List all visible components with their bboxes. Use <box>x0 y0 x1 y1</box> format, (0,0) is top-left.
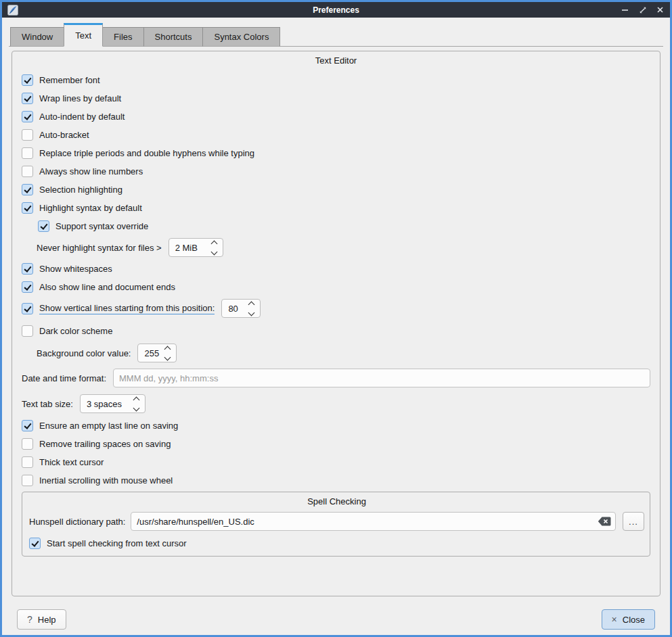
checkbox-box[interactable] <box>22 166 33 177</box>
checkbox-auto-bracket[interactable]: Auto-bracket <box>22 129 89 141</box>
tab-text[interactable]: Text <box>64 23 103 47</box>
checkbox-label: Wrap lines by default <box>39 93 121 103</box>
app-feather-icon <box>7 5 18 16</box>
spin-up-icon[interactable] <box>133 396 139 403</box>
checkbox-box[interactable] <box>22 93 33 104</box>
close-button-label: Close <box>623 615 645 625</box>
window-title: Preferences <box>2 5 670 15</box>
checkbox-box[interactable] <box>38 220 49 232</box>
checkbox-replace-periods[interactable]: Replace triple periods and double hyphen… <box>22 147 254 159</box>
checkbox-line-document-ends[interactable]: Also show line and document ends <box>22 281 175 293</box>
checkbox-show-whitespaces[interactable]: Show whitespaces <box>22 263 112 275</box>
checkbox-label: Inertial scrolling with mouse wheel <box>39 475 173 486</box>
spin-down-icon[interactable] <box>164 354 171 360</box>
tab-syntax-colors[interactable]: Syntax Colors <box>202 27 280 47</box>
checkbox-label: Always show line numbers <box>39 166 143 176</box>
spin-value: 3 spaces <box>87 399 122 409</box>
spin-down-icon[interactable] <box>210 248 217 255</box>
checkbox-thick-cursor[interactable]: Thick text cursor <box>22 456 104 468</box>
checkbox-line-numbers[interactable]: Always show line numbers <box>22 166 143 177</box>
checkbox-box[interactable] <box>22 303 33 314</box>
spin-up-icon[interactable] <box>210 240 217 247</box>
checkbox-box[interactable] <box>22 74 33 86</box>
clear-field-icon[interactable] <box>598 517 611 526</box>
options-list: Remember font Wrap lines by default Auto… <box>22 71 650 557</box>
checkbox-remember-font[interactable]: Remember font <box>22 74 100 86</box>
background-color-spinbox[interactable]: 255 <box>137 344 177 362</box>
never-highlight-label: Never highlight syntax for files > <box>22 243 162 253</box>
checkbox-remove-trailing[interactable]: Remove trailing spaces on saving <box>22 438 171 450</box>
checkbox-box[interactable] <box>29 538 41 549</box>
hunspell-path-input[interactable] <box>131 512 616 531</box>
checkbox-box[interactable] <box>22 420 33 431</box>
maximize-icon[interactable] <box>638 5 647 14</box>
spinner-buttons[interactable] <box>243 302 260 315</box>
tab-files[interactable]: Files <box>102 27 143 47</box>
help-button[interactable]: ? Help <box>17 609 66 630</box>
group-title: Text Editor <box>22 54 650 68</box>
checkbox-label: Remove trailing spaces on saving <box>39 439 171 449</box>
checkbox-box[interactable] <box>22 325 33 337</box>
checkbox-inertial-scrolling[interactable]: Inertial scrolling with mouse wheel <box>22 475 173 486</box>
checkbox-box[interactable] <box>22 263 33 275</box>
close-x-icon: × <box>612 615 617 624</box>
checkbox-box[interactable] <box>22 184 33 195</box>
checkbox-spell-from-cursor[interactable]: Start spell checking from text cursor <box>29 538 187 549</box>
spin-value: 255 <box>144 348 159 358</box>
checkbox-box[interactable] <box>22 281 33 293</box>
checkbox-label: Ensure an empty last line on saving <box>39 421 178 431</box>
tab-bar: Window Text Files Shortcuts Syntax Color… <box>10 23 670 47</box>
syntax-size-spinbox[interactable]: 2 MiB <box>169 238 223 257</box>
checkbox-vertical-lines[interactable]: Show vertical lines starting from this p… <box>22 303 215 314</box>
spin-down-icon[interactable] <box>133 404 139 411</box>
vertical-line-position-spinbox[interactable]: 80 <box>221 299 261 318</box>
tab-shortcuts[interactable]: Shortcuts <box>143 27 204 47</box>
checkbox-syntax-override[interactable]: Support syntax override <box>38 220 148 232</box>
spinner-buttons[interactable] <box>128 398 145 410</box>
checkbox-label: Dark color scheme <box>39 326 112 336</box>
spin-up-icon[interactable] <box>164 346 171 352</box>
checkbox-box[interactable] <box>22 456 33 468</box>
spin-up-icon[interactable] <box>248 301 255 308</box>
checkbox-box[interactable] <box>22 202 33 214</box>
spinner-buttons[interactable] <box>206 241 223 254</box>
hunspell-path-wrapper <box>131 512 616 531</box>
datetime-format-input[interactable] <box>113 369 650 387</box>
checkbox-dark-scheme[interactable]: Dark color scheme <box>22 325 112 337</box>
window-controls <box>621 5 665 14</box>
spin-down-icon[interactable] <box>248 309 255 316</box>
checkbox-label: Support syntax override <box>55 221 148 231</box>
checkbox-label: Show whitespaces <box>39 264 112 274</box>
close-button[interactable]: × Close <box>602 609 655 630</box>
browse-button[interactable]: ... <box>623 512 644 531</box>
checkbox-label: Auto-bracket <box>39 130 89 140</box>
text-editor-group: Text Editor Remember font Wrap lines by … <box>12 51 660 596</box>
checkbox-label: Replace triple periods and double hyphen… <box>39 148 254 158</box>
checkbox-selection-highlighting[interactable]: Selection highlighting <box>22 184 122 195</box>
checkbox-auto-indent[interactable]: Auto-indent by default <box>22 111 125 122</box>
checkbox-empty-last-line[interactable]: Ensure an empty last line on saving <box>22 420 178 431</box>
checkbox-label: Show vertical lines starting from this p… <box>39 303 215 314</box>
tab-size-spinbox[interactable]: 3 spaces <box>80 394 145 413</box>
checkbox-box[interactable] <box>22 147 33 159</box>
tab-size-label: Text tab size: <box>22 399 73 409</box>
minimize-icon[interactable] <box>621 5 629 14</box>
checkbox-label: Auto-indent by default <box>39 112 125 122</box>
datetime-format-label: Date and time format: <box>22 373 106 383</box>
checkbox-box[interactable] <box>22 475 33 486</box>
checkbox-wrap-lines[interactable]: Wrap lines by default <box>22 93 121 104</box>
checkbox-label: Start spell checking from text cursor <box>47 538 187 548</box>
background-color-label: Background color value: <box>22 348 131 358</box>
tab-window[interactable]: Window <box>10 27 64 47</box>
checkbox-label: Thick text cursor <box>39 457 104 467</box>
checkbox-box[interactable] <box>22 438 33 450</box>
checkbox-label: Highlight syntax by default <box>39 203 142 213</box>
checkbox-highlight-syntax[interactable]: Highlight syntax by default <box>22 202 142 214</box>
hunspell-path-label: Hunspell dictionary path: <box>29 517 125 527</box>
help-question-icon: ? <box>27 615 32 624</box>
checkbox-box[interactable] <box>22 129 33 141</box>
close-icon[interactable] <box>656 5 665 14</box>
checkbox-box[interactable] <box>22 111 33 122</box>
spinner-buttons[interactable] <box>159 347 176 360</box>
dialog-footer: ? Help × Close <box>9 609 663 630</box>
